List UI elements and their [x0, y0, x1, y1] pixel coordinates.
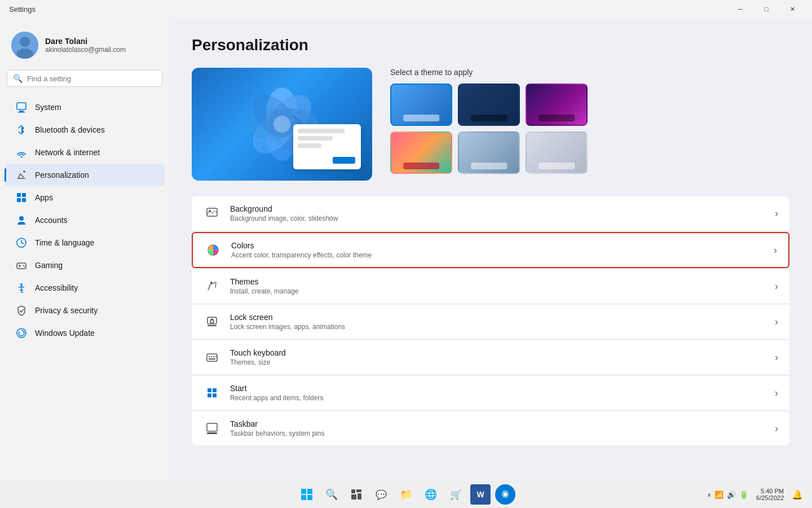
settings-item-start[interactable]: StartRecent apps and items, folders› [192, 376, 789, 410]
personalization-nav-icon [16, 169, 27, 181]
background-chevron-icon: › [775, 208, 778, 220]
preview-window [293, 124, 361, 169]
svg-line-17 [21, 243, 24, 244]
svg-rect-44 [209, 356, 210, 357]
themes-chevron-icon: › [775, 281, 778, 292]
theme-card-blue[interactable] [458, 132, 520, 174]
explorer-button[interactable]: 📁 [396, 484, 416, 505]
lockscreen-settings-title: Lock screen [230, 313, 775, 322]
settings-list: BackgroundBackground image, color, slide… [192, 196, 789, 445]
svg-rect-48 [209, 358, 215, 360]
svg-rect-41 [208, 325, 217, 326]
taskview-button[interactable] [346, 484, 367, 505]
theme-card-light[interactable] [390, 84, 452, 126]
search-input[interactable] [27, 75, 156, 83]
background-settings-icon [203, 204, 221, 222]
theme-select-label: Select a theme to apply [390, 68, 789, 77]
preview-button [333, 157, 355, 164]
svg-point-14 [19, 216, 24, 221]
theme-taskbar-5 [471, 163, 507, 169]
tray-battery[interactable]: 🔋 [739, 491, 748, 499]
theme-preview [192, 68, 372, 181]
tray-chevron[interactable]: ∧ [707, 492, 711, 498]
sidebar-item-accessibility[interactable]: Accessibility [5, 277, 165, 299]
tray-volume[interactable]: 🔊 [727, 491, 736, 499]
svg-rect-45 [211, 356, 212, 357]
sidebar-item-label-privacy: Privacy & security [35, 306, 98, 315]
settings-item-colors[interactable]: ColorsAccent color, transparency effects… [192, 232, 789, 268]
start-button[interactable] [297, 484, 317, 505]
taskbar-settings-text: TaskbarTaskbar behaviors, system pins [230, 419, 775, 437]
sidebar-item-label-apps: Apps [35, 193, 53, 202]
svg-rect-4 [19, 111, 24, 112]
settings-item-lockscreen[interactable]: Lock screenLock screen images, apps, ani… [192, 305, 789, 339]
sidebar-item-time[interactable]: Time & language [5, 231, 165, 254]
lockscreen-chevron-icon: › [775, 316, 778, 328]
sidebar-item-label-bluetooth: Bluetooth & devices [35, 125, 105, 134]
theme-card-glow[interactable] [526, 84, 588, 126]
sidebar-item-personalization[interactable]: Personalization [5, 164, 165, 186]
sidebar-item-gaming[interactable]: Gaming [5, 254, 165, 277]
settings-item-themes[interactable]: ThemesInstall, create, manage› [192, 269, 789, 304]
word-button[interactable]: W [470, 484, 491, 505]
svg-rect-51 [208, 393, 211, 397]
svg-point-6 [21, 156, 23, 158]
svg-rect-43 [207, 354, 217, 361]
svg-point-21 [23, 265, 24, 266]
notification-button[interactable]: 🔔 [792, 489, 803, 500]
svg-point-22 [24, 266, 25, 267]
accessibility-nav-icon [16, 282, 27, 294]
theme-card-colorful[interactable] [390, 132, 452, 174]
sidebar-item-privacy[interactable]: Privacy & security [5, 299, 165, 322]
theme-card-grey[interactable] [526, 132, 588, 174]
start-settings-text: StartRecent apps and items, folders [230, 384, 775, 402]
settings-item-background[interactable]: BackgroundBackground image, color, slide… [192, 196, 789, 231]
themes-settings-icon [203, 277, 221, 295]
sidebar-item-label-gaming: Gaming [35, 261, 63, 270]
svg-rect-62 [358, 493, 361, 500]
colors-settings-title: Colors [231, 241, 774, 250]
time-date[interactable]: 5:40 PM 6/25/2022 [753, 487, 787, 502]
sys-tray: ∧ 📶 🔊 🔋 [707, 491, 748, 499]
maximize-button[interactable]: □ [753, 0, 779, 18]
store-button[interactable]: 🛒 [445, 484, 466, 505]
bluetooth-nav-icon [16, 124, 27, 135]
user-name: Dare Tolani [45, 37, 126, 46]
svg-rect-47 [215, 356, 217, 357]
svg-rect-58 [307, 495, 312, 500]
theme-card-dark[interactable] [458, 84, 520, 126]
network-nav-icon [16, 147, 27, 158]
search-icon: 🔍 [13, 74, 23, 83]
search-taskbar-button[interactable]: 🔍 [321, 484, 342, 505]
sidebar-item-system[interactable]: System [5, 96, 165, 119]
user-profile[interactable]: Dare Tolani akinolatolasco@gmail.com [0, 25, 169, 70]
taskbar-settings-desc: Taskbar behaviors, system pins [230, 430, 775, 437]
titlebar: Settings ─ □ ✕ [0, 0, 812, 18]
svg-rect-11 [22, 193, 26, 197]
sidebar-item-label-personalization: Personalization [35, 170, 89, 179]
svg-rect-10 [17, 193, 21, 197]
tray-network[interactable]: 📶 [714, 491, 723, 499]
sidebar-item-update[interactable]: Windows Update [5, 322, 165, 344]
svg-rect-60 [356, 489, 361, 492]
accounts-nav-icon [16, 214, 27, 226]
svg-point-1 [20, 37, 30, 47]
close-button[interactable]: ✕ [779, 0, 805, 18]
touchkeyboard-chevron-icon: › [775, 352, 778, 364]
minimize-button[interactable]: ─ [727, 0, 753, 18]
sidebar-item-bluetooth[interactable]: Bluetooth & devices [5, 119, 165, 141]
sidebar-item-apps[interactable]: Apps [5, 186, 165, 209]
user-email: akinolatolasco@gmail.com [45, 46, 126, 54]
edge-button[interactable]: 🌐 [421, 484, 441, 505]
settings-taskbar-button[interactable] [495, 484, 515, 505]
svg-rect-42 [210, 320, 214, 323]
taskbar-chevron-icon: › [775, 423, 778, 435]
theme-taskbar-2 [471, 115, 507, 121]
settings-item-taskbar[interactable]: TaskbarTaskbar behaviors, system pins› [192, 411, 789, 445]
start-settings-title: Start [230, 384, 775, 393]
titlebar-left: Settings [9, 5, 36, 14]
chat-button[interactable]: 💬 [371, 484, 391, 505]
sidebar-item-network[interactable]: Network & internet [5, 141, 165, 164]
sidebar-item-accounts[interactable]: Accounts [5, 209, 165, 231]
settings-item-touchkeyboard[interactable]: Touch keyboardThemes, size› [192, 340, 789, 375]
